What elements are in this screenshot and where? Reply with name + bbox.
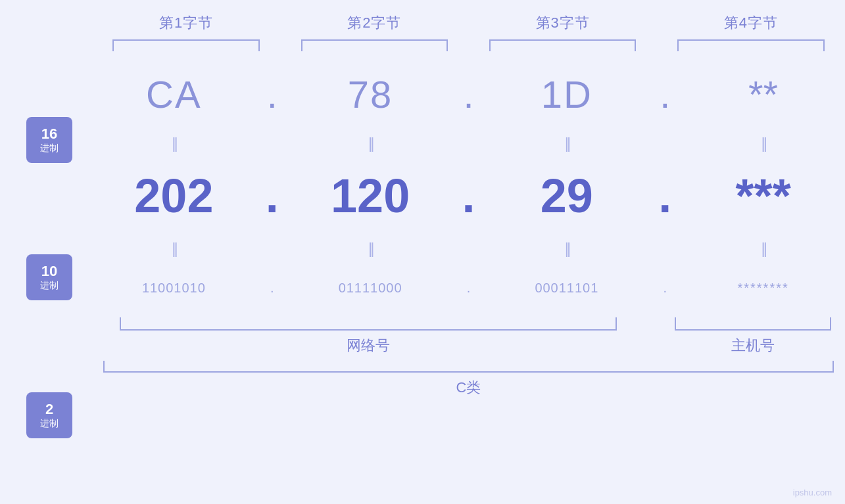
binary-row: 11001010 . 01111000 . 00011101 .: [92, 262, 845, 314]
binary-dot2-cell: .: [452, 281, 485, 296]
decimal-byte1-value: 202: [134, 169, 213, 223]
decimal-byte4-cell: ***: [681, 169, 845, 223]
hex-byte2-cell: 78: [289, 72, 452, 116]
main-container: 第1字节 第2字节 第3字节 第4字节 16 进制 10 进制: [0, 0, 845, 504]
eq1-b2: ||: [289, 134, 452, 152]
eq2-b4-sign: ||: [761, 239, 765, 258]
top-brackets: [92, 39, 845, 51]
binary-byte1-cell: 11001010: [92, 281, 256, 296]
decimal-dot2: .: [462, 169, 475, 223]
byte2-header: 第2字节: [280, 13, 468, 33]
class-label: C类: [456, 378, 481, 398]
hex-byte2-value: 78: [348, 72, 393, 116]
binary-label-main: 2: [45, 401, 53, 418]
binary-byte1-value: 11001010: [142, 281, 206, 296]
binary-dot3: .: [663, 281, 667, 296]
binary-byte3-value: 00011101: [535, 281, 598, 296]
host-bracket-shape: [675, 317, 831, 331]
decimal-label-badge: 10 进制: [26, 254, 72, 300]
byte3-header: 第3字节: [469, 13, 657, 33]
eq2-b3-sign: ||: [565, 239, 569, 258]
binary-dot2: .: [467, 281, 471, 296]
top-bracket-4: [677, 39, 824, 51]
hex-label-main: 16: [41, 126, 57, 143]
watermark: ipshu.com: [793, 488, 832, 497]
binary-byte2-cell: 01111000: [289, 281, 452, 296]
bracket-cell-1: [92, 39, 280, 51]
decimal-byte4-value: ***: [736, 169, 791, 223]
decimal-label-main: 10: [41, 263, 57, 280]
network-label: 网络号: [347, 336, 390, 355]
bottom-bracket-section: 网络号 主机号: [92, 317, 845, 355]
binary-dot1-cell: .: [256, 281, 289, 296]
decimal-label-sub: 进制: [40, 280, 59, 292]
hex-byte4-value: **: [748, 72, 778, 116]
top-bracket-2: [301, 39, 448, 51]
decimal-byte2-cell: 120: [289, 169, 452, 223]
hex-row: CA . 78 . 1D . **: [92, 58, 845, 130]
decimal-dot3-cell: .: [648, 169, 681, 223]
byte-headers: 第1字节 第2字节 第3字节 第4字节: [92, 13, 845, 33]
top-bracket-3: [489, 39, 636, 51]
byte1-header: 第1字节: [92, 13, 280, 33]
hex-dot3: .: [660, 72, 670, 116]
hex-label-sub: 进制: [40, 143, 59, 154]
bracket-cell-3: [469, 39, 657, 51]
eq2-b2: ||: [289, 239, 452, 258]
byte4-header: 第4字节: [657, 13, 845, 33]
equals-row-1: || || || ||: [92, 130, 845, 156]
rows-area: 16 进制 10 进制 2 进制 CA .: [0, 58, 845, 497]
eq1-b1-sign: ||: [172, 134, 176, 152]
decimal-dot1: .: [266, 169, 279, 223]
eq2-b1-sign: ||: [172, 239, 176, 258]
bracket-cell-4: [657, 39, 845, 51]
decimal-byte1-cell: 202: [92, 169, 256, 223]
eq2-b1: ||: [92, 239, 256, 258]
eq1-b3-sign: ||: [565, 134, 569, 152]
hex-byte3-value: 1D: [541, 72, 592, 116]
host-label: 主机号: [731, 336, 775, 355]
decimal-dot2-cell: .: [452, 169, 485, 223]
decimal-dot1-cell: .: [256, 169, 289, 223]
host-bracket-container: 主机号: [661, 317, 845, 355]
decimal-byte3-value: 29: [541, 169, 593, 223]
content-area: CA . 78 . 1D . **: [92, 58, 845, 497]
decimal-row: 202 . 120 . 29 . ***: [92, 156, 845, 235]
binary-label-badge: 2 进制: [26, 392, 72, 438]
binary-dot1: .: [270, 281, 274, 296]
bracket-cell-2: [280, 39, 468, 51]
hex-byte1-value: CA: [146, 72, 202, 116]
network-bracket-shape: [120, 317, 617, 331]
hex-dot2: .: [463, 72, 473, 116]
decimal-byte3-cell: 29: [485, 169, 649, 223]
hex-dot2-cell: .: [452, 72, 485, 116]
binary-byte2-value: 01111000: [339, 281, 402, 296]
binary-byte3-cell: 00011101: [485, 281, 649, 296]
network-bracket-container: 网络号: [92, 317, 661, 355]
eq2-b3: ||: [485, 239, 649, 258]
binary-dot3-cell: .: [648, 281, 681, 296]
hex-dot1-cell: .: [256, 72, 289, 116]
hex-dot3-cell: .: [648, 72, 681, 116]
binary-label-sub: 进制: [40, 418, 59, 430]
binary-byte4-value: ********: [737, 281, 788, 296]
decimal-byte2-value: 120: [331, 169, 410, 223]
binary-byte4-cell: ********: [681, 281, 845, 296]
decimal-dot3: .: [658, 169, 671, 223]
hex-dot1: .: [267, 72, 278, 116]
left-labels: 16 进制 10 进制 2 进制: [0, 58, 92, 497]
eq1-b4: ||: [681, 134, 845, 152]
eq2-b4: ||: [681, 239, 845, 258]
eq1-b4-sign: ||: [761, 134, 765, 152]
hex-byte4-cell: **: [681, 72, 845, 116]
class-bracket-shape: [103, 361, 834, 373]
equals-row-2: || || || ||: [92, 235, 845, 262]
eq1-b1: ||: [92, 134, 256, 152]
eq1-b2-sign: ||: [368, 134, 372, 152]
class-section: C类: [92, 361, 845, 398]
hex-byte3-cell: 1D: [485, 72, 649, 116]
eq1-b3: ||: [485, 134, 649, 152]
top-bracket-1: [112, 39, 259, 51]
hex-label-badge: 16 进制: [26, 117, 72, 163]
hex-byte1-cell: CA: [92, 72, 256, 116]
